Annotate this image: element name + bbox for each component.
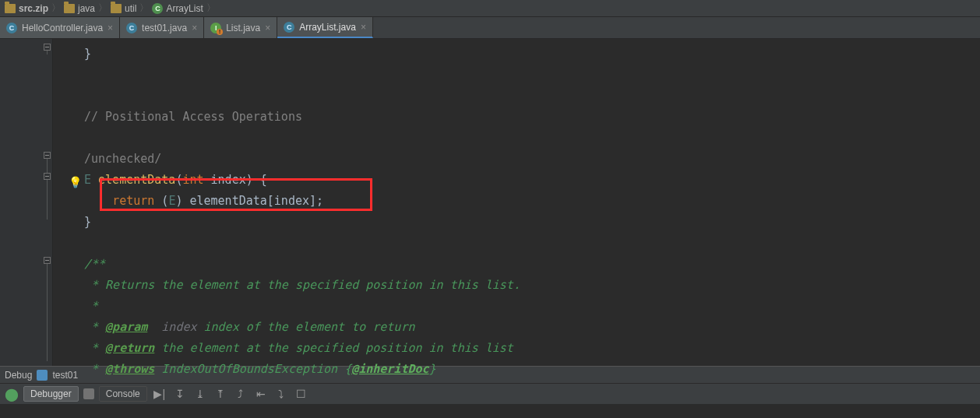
debug-step-button[interactable]: ⤴ [233, 386, 249, 402]
breadcrumb-label: ArrayList [166, 3, 203, 14]
code-token: } [84, 47, 91, 61]
breadcrumb-separator-icon: 〉 [206, 2, 216, 15]
code-token: * [84, 320, 105, 334]
tab-label: List.java [226, 23, 260, 33]
code-line: } [53, 44, 980, 65]
code-line [53, 233, 980, 254]
code-line: * Returns the element at the specified p… [53, 275, 980, 296]
debug-toolbar-buttons: ▶|↧⤓⤒⤴⇤⤵☐ [152, 386, 309, 402]
code-token: elementData [98, 173, 175, 187]
fold-node-icon[interactable] [44, 257, 51, 264]
code-token: [ [267, 194, 274, 208]
interface-icon: I [210, 23, 221, 33]
close-icon[interactable]: × [108, 23, 113, 33]
code-line: /** [53, 254, 980, 275]
code-line: return (E) elementData[index]; [53, 191, 980, 212]
code-token: @inheritDoc [351, 362, 428, 376]
class-icon: C [6, 23, 17, 33]
code-line: } [53, 212, 980, 233]
file-tab[interactable]: CArrayList.java× [277, 17, 373, 38]
debug-step-button[interactable]: ⤓ [192, 386, 208, 402]
close-icon[interactable]: × [192, 23, 197, 33]
breadcrumb-separator-icon: 〉 [51, 2, 61, 15]
editor-tabs: CHelloController.java×Ctest01.java×IList… [0, 17, 980, 39]
console-icon [83, 388, 94, 399]
debug-step-button[interactable]: ⇤ [253, 386, 269, 402]
code-token: return [112, 194, 161, 208]
breadcrumb: src.zip〉java〉util〉CArrayList〉 [0, 0, 980, 17]
archive-icon [5, 4, 16, 13]
code-token: the element at the specified position in… [154, 341, 513, 355]
code-line [53, 86, 980, 107]
tab-label: ArrayList.java [299, 22, 356, 33]
code-line: * @param index index of the element to r… [53, 317, 980, 338]
breadcrumb-separator-icon: 〉 [139, 2, 149, 15]
code-token: index [211, 173, 246, 187]
debug-step-button[interactable]: ⤵ [273, 386, 289, 402]
code-token: * [84, 362, 105, 376]
code-token: * [84, 299, 98, 313]
folder-icon [64, 4, 75, 13]
close-icon[interactable]: × [265, 23, 270, 33]
fold-node-icon[interactable] [44, 173, 51, 180]
code-token [84, 194, 112, 208]
tab-debugger[interactable]: Debugger [23, 386, 79, 402]
run-config-icon [37, 370, 48, 381]
file-tab[interactable]: CHelloController.java× [0, 17, 120, 38]
breadcrumb-item[interactable]: src.zip [5, 3, 48, 14]
code-line: * @throws IndexOutOfBoundsException {@in… [53, 359, 980, 380]
file-tab[interactable]: Ctest01.java× [120, 17, 204, 38]
tab-console[interactable]: Console [99, 386, 147, 402]
bug-icon: ⬤ [5, 387, 19, 402]
code-line: * @return the element at the specified p… [53, 338, 980, 359]
code-token: /unchecked/ [84, 152, 161, 166]
debug-step-button[interactable]: ☐ [294, 386, 309, 402]
debug-label: Debug [5, 370, 32, 381]
code-token: * Returns the element at the specified p… [84, 278, 520, 292]
code-token: index [147, 320, 203, 334]
class-icon: C [152, 3, 163, 14]
debug-toolbar: ⬤ Debugger Console ▶|↧⤓⤒⤴⇤⤵☐ [0, 383, 980, 404]
code-line: E elementData(int index) { [53, 170, 980, 191]
close-icon[interactable]: × [361, 22, 366, 33]
code-token: // Positional Access Operations [84, 110, 302, 124]
breadcrumb-label: java [78, 3, 95, 14]
code-token: @return [105, 341, 154, 355]
code-token: ) { [246, 173, 267, 187]
code-token: index [274, 194, 309, 208]
code-token: IndexOutOfBoundsException { [154, 362, 351, 376]
debug-step-button[interactable]: ▶| [152, 386, 167, 402]
code-area[interactable]: }// Positional Access Operations/uncheck… [53, 39, 980, 366]
code-token: @param [105, 320, 147, 334]
code-token: } [429, 362, 436, 376]
code-token: * [84, 341, 105, 355]
breadcrumb-separator-icon: 〉 [98, 2, 108, 15]
code-token: } [84, 215, 91, 229]
fold-node-icon[interactable] [44, 44, 51, 51]
gutter [0, 39, 53, 366]
breadcrumb-item[interactable]: java [64, 3, 95, 14]
breadcrumb-label: util [125, 3, 136, 14]
code-token: ) [175, 194, 189, 208]
class-icon: C [284, 22, 294, 33]
editor: }// Positional Access Operations/uncheck… [0, 39, 980, 366]
code-token: elementData [189, 194, 266, 208]
class-icon: C [126, 23, 137, 33]
intention-bulb-icon[interactable]: 💡 [69, 172, 82, 193]
debug-step-button[interactable]: ↧ [172, 386, 188, 402]
breadcrumb-item[interactable]: util [111, 3, 136, 14]
fold-node-icon[interactable] [44, 152, 51, 159]
code-line [53, 128, 980, 149]
code-token: @throws [105, 362, 154, 376]
tab-label: test01.java [142, 23, 187, 33]
code-token: ]; [309, 194, 323, 208]
breadcrumb-label: src.zip [19, 3, 48, 14]
file-tab[interactable]: IList.java× [204, 17, 277, 38]
code-token: /** [84, 257, 105, 271]
code-token: index of the element to return [204, 320, 415, 334]
code-line: * [53, 296, 980, 317]
breadcrumb-item[interactable]: CArrayList [152, 3, 203, 14]
debug-step-button[interactable]: ⤒ [213, 386, 228, 402]
code-token: E [84, 173, 98, 187]
code-line: /unchecked/ [53, 149, 980, 170]
